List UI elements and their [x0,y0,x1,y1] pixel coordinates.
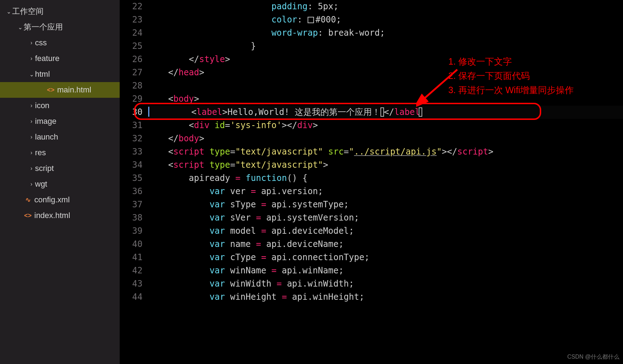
tree-file-index.html[interactable]: <>index.html [0,208,120,223]
code-line[interactable]: <script type="text/javascript"> [148,158,623,172]
chevron-right-icon: › [28,134,35,140]
line-number: 22 [120,0,143,13]
tree-item-label: res [35,148,46,157]
code-line[interactable]: apiready = function() { [148,172,623,185]
line-number: 40 [120,238,143,251]
line-number: 30 [120,106,143,119]
tree-folder-icon[interactable]: ›icon [0,98,120,113]
line-number: 29 [120,92,143,106]
tree-item-label: launch [35,132,58,142]
code-file-icon: <> [46,86,55,94]
line-number: 31 [120,119,143,132]
chevron-down-icon: ⌄ [16,24,24,31]
chevron-right-icon: › [28,55,35,62]
tree-item-label: 第一个应用 [24,22,63,32]
line-number: 34 [120,158,143,172]
tree-folder-launch[interactable]: ›launch [0,129,120,145]
line-number: 42 [120,264,143,277]
code-line[interactable] [148,79,623,92]
text-caret-icon [148,107,149,117]
line-number-gutter: 2223242526272829303132333435363738394041… [120,0,148,304]
chevron-down-icon: ⌄ [28,71,35,78]
code-line[interactable]: } [148,40,623,53]
tree-item-label: config.xml [34,195,70,204]
code-line[interactable]: var sType = api.systemType; [148,198,623,211]
line-number: 41 [120,251,143,264]
color-swatch-icon [308,17,314,23]
code-line[interactable]: var winWidth = api.winWidth; [148,277,623,290]
code-line[interactable]: </head> [148,66,623,79]
chevron-down-icon: ⌄ [5,8,12,15]
tree-folder-image[interactable]: ›image [0,113,120,129]
tree-item-label: script [35,164,54,173]
line-number: 32 [120,132,143,145]
line-number: 36 [120,185,143,198]
tree-folder-script[interactable]: ›script [0,161,120,176]
chevron-right-icon: › [28,181,35,187]
code-line[interactable]: </body> [148,132,623,145]
tree-item-label: wgt [35,180,47,189]
tree-folder-feature[interactable]: ›feature [0,51,120,66]
tree-folder-wgt[interactable]: ›wgt [0,176,120,192]
line-number: 37 [120,198,143,211]
code-line[interactable]: var winHeight = api.winHeight; [148,290,623,304]
rss-icon: ∿ [24,196,32,204]
code-line[interactable]: var winName = api.winName; [148,264,623,277]
line-number: 27 [120,66,143,79]
line-number: 39 [120,224,143,238]
line-number: 25 [120,40,143,53]
watermark: CSDN @什么都什么 [567,350,619,363]
code-line[interactable]: <div id='sys-info'></div> [148,119,623,132]
code-line[interactable]: var model = api.deviceModel; [148,224,623,238]
code-line[interactable]: var cType = api.connectionType; [148,251,623,264]
code-line[interactable]: <script type="text/javascript" src="../s… [148,145,623,158]
chevron-right-icon: › [28,118,35,125]
line-number: 24 [120,26,143,40]
tree-item-label: image [35,117,56,126]
code-line[interactable]: var name = api.deviceName; [148,238,623,251]
code-line[interactable]: var sVer = api.systemVersion; [148,211,623,224]
line-number: 38 [120,211,143,224]
code-line[interactable]: <label>Hello,World! 这是我的第一个应用！</label [148,106,623,119]
tree-file-config.xml[interactable]: ∿config.xml [0,192,120,208]
code-line[interactable]: <body> [148,92,623,106]
tree-item-label: main.html [57,85,91,95]
code-line[interactable]: word-wrap: break-word; [148,26,623,40]
tree-folder-css[interactable]: ›css [0,35,120,51]
cursor-marker-icon [380,107,384,117]
line-number: 43 [120,277,143,290]
tree-item-label: index.html [34,211,70,220]
tree-root-label: 工作空间 [12,6,44,17]
app-root: ⌄ 工作空间 ⌄第一个应用›css›feature⌄html<>main.htm… [0,0,623,364]
tree-item-label: html [35,70,50,79]
line-number: 35 [120,172,143,185]
tree-item-label: feature [35,54,60,63]
line-number: 26 [120,53,143,66]
tree-item-label: css [35,38,47,47]
tree-folder-res[interactable]: ›res [0,145,120,161]
cursor-marker-icon [419,107,422,117]
chevron-right-icon: › [28,102,35,109]
line-number: 44 [120,290,143,304]
code-area[interactable]: padding: 5px; color: #000; word-wrap: br… [148,0,623,304]
tree-folder-第一个应用[interactable]: ⌄第一个应用 [0,19,120,35]
line-number: 23 [120,13,143,26]
code-editor[interactable]: 2223242526272829303132333435363738394041… [120,0,623,364]
code-line[interactable]: padding: 5px; [148,0,623,13]
tree-file-main.html[interactable]: <>main.html [0,82,120,98]
chevron-right-icon: › [28,165,35,172]
code-line[interactable]: color: #000; [148,13,623,26]
line-number: 28 [120,79,143,92]
code-line[interactable]: var ver = api.version; [148,185,623,198]
code-file-icon: <> [24,212,32,219]
chevron-right-icon: › [28,40,35,46]
line-number: 33 [120,145,143,158]
tree-folder-html[interactable]: ⌄html [0,66,120,82]
file-tree-sidebar[interactable]: ⌄ 工作空间 ⌄第一个应用›css›feature⌄html<>main.htm… [0,0,120,364]
chevron-right-icon: › [28,150,35,156]
tree-root[interactable]: ⌄ 工作空间 [0,4,120,19]
tree-item-label: icon [35,101,49,110]
code-line[interactable]: </style> [148,53,623,66]
